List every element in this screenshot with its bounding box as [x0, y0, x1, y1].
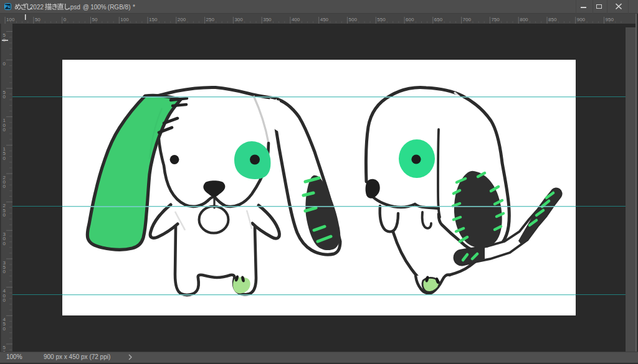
svg-text:0: 0 — [3, 269, 6, 274]
svg-text:0: 0 — [3, 156, 6, 161]
svg-text:0: 0 — [3, 184, 6, 189]
svg-text:0: 0 — [3, 61, 6, 67]
svg-text:0: 0 — [3, 297, 6, 303]
svg-text:0: 0 — [3, 94, 6, 100]
svg-text:0: 0 — [3, 326, 6, 332]
svg-text:0: 0 — [64, 17, 67, 22]
svg-text:50: 50 — [92, 17, 98, 22]
svg-text:0: 0 — [3, 241, 6, 246]
svg-text:50: 50 — [35, 17, 40, 22]
svg-text:0: 0 — [3, 127, 6, 133]
svg-text:0: 0 — [3, 212, 6, 218]
